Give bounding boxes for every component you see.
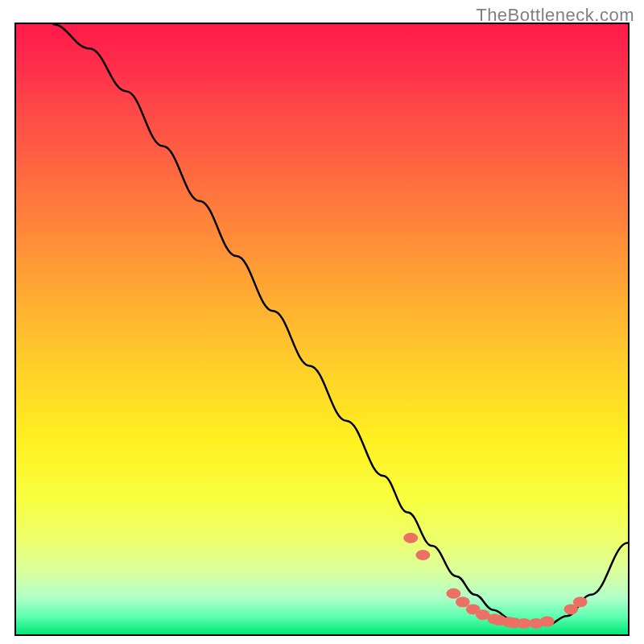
marker-dot [456, 597, 470, 607]
chart-container: TheBottleneck.com [0, 0, 644, 644]
marker-dot [573, 597, 588, 607]
marker-dot [403, 533, 418, 543]
marker-dot [540, 617, 555, 627]
markers-layer [16, 24, 628, 634]
marker-dot [415, 550, 430, 560]
watermark-text: TheBottleneck.com [476, 5, 634, 26]
marker-dot [446, 588, 460, 599]
plot-area [14, 23, 630, 636]
